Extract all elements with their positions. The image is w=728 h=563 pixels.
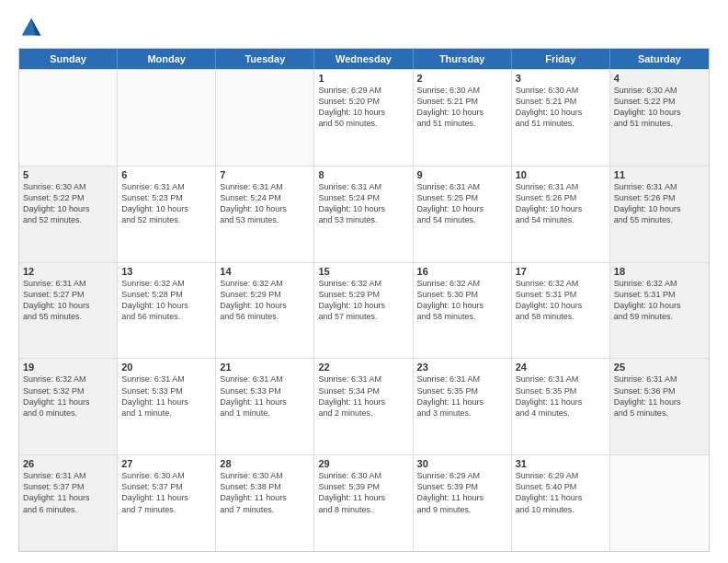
day-number: 2 — [417, 73, 507, 84]
day-number: 21 — [220, 362, 310, 373]
day-number: 20 — [121, 362, 211, 373]
day-number: 28 — [220, 458, 310, 469]
calendar-header-cell: Monday — [118, 49, 216, 69]
day-number: 24 — [516, 362, 606, 373]
day-number: 26 — [23, 458, 113, 469]
logo-icon — [18, 15, 44, 40]
day-info: Sunrise: 6:29 AM Sunset: 5:20 PM Dayligh… — [318, 85, 408, 130]
calendar-cell: 24Sunrise: 6:31 AM Sunset: 5:35 PM Dayli… — [512, 359, 610, 454]
calendar-cell: 8Sunrise: 6:31 AM Sunset: 5:24 PM Daylig… — [314, 167, 413, 262]
day-number: 14 — [220, 266, 310, 277]
calendar-header-row: SundayMondayTuesdayWednesdayThursdayFrid… — [19, 49, 709, 69]
calendar-cell: 30Sunrise: 6:29 AM Sunset: 5:39 PM Dayli… — [414, 455, 512, 551]
calendar-week-row: 19Sunrise: 6:32 AM Sunset: 5:32 PM Dayli… — [19, 358, 709, 454]
day-number: 31 — [516, 458, 606, 469]
day-info: Sunrise: 6:31 AM Sunset: 5:25 PM Dayligh… — [417, 181, 507, 226]
calendar-cell: 31Sunrise: 6:29 AM Sunset: 5:40 PM Dayli… — [512, 455, 610, 551]
day-info: Sunrise: 6:31 AM Sunset: 5:35 PM Dayligh… — [516, 373, 606, 419]
calendar-cell: 7Sunrise: 6:31 AM Sunset: 5:24 PM Daylig… — [216, 167, 314, 262]
day-number: 30 — [417, 458, 507, 469]
day-number: 6 — [121, 169, 211, 180]
calendar-header-cell: Saturday — [610, 49, 709, 69]
calendar-cell: 15Sunrise: 6:32 AM Sunset: 5:29 PM Dayli… — [314, 263, 413, 359]
logo — [18, 15, 48, 40]
day-number: 10 — [516, 169, 606, 180]
calendar-cell: 14Sunrise: 6:32 AM Sunset: 5:29 PM Dayli… — [216, 263, 314, 359]
day-number: 27 — [121, 458, 211, 469]
day-info: Sunrise: 6:31 AM Sunset: 5:24 PM Dayligh… — [220, 181, 310, 226]
calendar-cell: 26Sunrise: 6:31 AM Sunset: 5:37 PM Dayli… — [19, 455, 118, 551]
calendar-week-row: 26Sunrise: 6:31 AM Sunset: 5:37 PM Dayli… — [19, 454, 709, 551]
day-number: 3 — [516, 73, 606, 84]
calendar-header-cell: Sunday — [19, 49, 118, 69]
day-number: 4 — [614, 73, 705, 84]
calendar-cell: 12Sunrise: 6:31 AM Sunset: 5:27 PM Dayli… — [19, 263, 118, 359]
day-number: 9 — [417, 169, 507, 180]
calendar-cell: 16Sunrise: 6:32 AM Sunset: 5:30 PM Dayli… — [414, 263, 512, 359]
day-info: Sunrise: 6:32 AM Sunset: 5:32 PM Dayligh… — [23, 373, 113, 419]
day-info: Sunrise: 6:32 AM Sunset: 5:31 PM Dayligh… — [614, 278, 705, 323]
day-info: Sunrise: 6:32 AM Sunset: 5:30 PM Dayligh… — [417, 278, 507, 323]
calendar-cell — [610, 455, 709, 551]
day-info: Sunrise: 6:30 AM Sunset: 5:37 PM Dayligh… — [121, 470, 211, 515]
day-info: Sunrise: 6:32 AM Sunset: 5:29 PM Dayligh… — [318, 278, 408, 323]
calendar-cell: 17Sunrise: 6:32 AM Sunset: 5:31 PM Dayli… — [512, 263, 610, 359]
day-number: 19 — [23, 362, 113, 373]
calendar-cell: 1Sunrise: 6:29 AM Sunset: 5:20 PM Daylig… — [314, 70, 413, 166]
calendar-cell — [216, 70, 314, 166]
calendar-header-cell: Friday — [512, 49, 610, 69]
day-info: Sunrise: 6:31 AM Sunset: 5:37 PM Dayligh… — [23, 470, 113, 515]
calendar-cell: 9Sunrise: 6:31 AM Sunset: 5:25 PM Daylig… — [414, 167, 512, 262]
day-info: Sunrise: 6:30 AM Sunset: 5:38 PM Dayligh… — [220, 470, 310, 515]
calendar-cell: 27Sunrise: 6:30 AM Sunset: 5:37 PM Dayli… — [118, 455, 216, 551]
day-info: Sunrise: 6:29 AM Sunset: 5:40 PM Dayligh… — [516, 470, 606, 515]
day-info: Sunrise: 6:32 AM Sunset: 5:31 PM Dayligh… — [516, 278, 606, 323]
calendar: SundayMondayTuesdayWednesdayThursdayFrid… — [18, 48, 710, 552]
calendar-week-row: 1Sunrise: 6:29 AM Sunset: 5:20 PM Daylig… — [19, 69, 709, 166]
calendar-header-cell: Tuesday — [216, 49, 314, 69]
day-info: Sunrise: 6:31 AM Sunset: 5:26 PM Dayligh… — [614, 181, 705, 226]
day-info: Sunrise: 6:30 AM Sunset: 5:22 PM Dayligh… — [23, 181, 113, 226]
day-number: 22 — [318, 362, 408, 373]
calendar-cell: 10Sunrise: 6:31 AM Sunset: 5:26 PM Dayli… — [512, 167, 610, 262]
calendar-cell: 13Sunrise: 6:32 AM Sunset: 5:28 PM Dayli… — [118, 263, 216, 359]
calendar-cell: 5Sunrise: 6:30 AM Sunset: 5:22 PM Daylig… — [19, 167, 118, 262]
day-number: 16 — [417, 266, 507, 277]
calendar-cell: 4Sunrise: 6:30 AM Sunset: 5:22 PM Daylig… — [610, 70, 709, 166]
calendar-week-row: 12Sunrise: 6:31 AM Sunset: 5:27 PM Dayli… — [19, 262, 709, 359]
day-number: 12 — [23, 266, 113, 277]
page-header — [18, 15, 710, 40]
day-info: Sunrise: 6:31 AM Sunset: 5:36 PM Dayligh… — [614, 373, 705, 419]
day-info: Sunrise: 6:31 AM Sunset: 5:33 PM Dayligh… — [220, 373, 310, 419]
day-number: 23 — [417, 362, 507, 373]
day-number: 11 — [614, 169, 705, 180]
calendar-cell: 11Sunrise: 6:31 AM Sunset: 5:26 PM Dayli… — [610, 167, 709, 262]
calendar-cell: 23Sunrise: 6:31 AM Sunset: 5:35 PM Dayli… — [414, 359, 512, 454]
day-info: Sunrise: 6:31 AM Sunset: 5:24 PM Dayligh… — [318, 181, 408, 226]
calendar-cell — [118, 70, 216, 166]
day-info: Sunrise: 6:31 AM Sunset: 5:33 PM Dayligh… — [121, 373, 211, 419]
calendar-cell: 19Sunrise: 6:32 AM Sunset: 5:32 PM Dayli… — [19, 359, 118, 454]
day-number: 8 — [318, 169, 408, 180]
calendar-cell: 28Sunrise: 6:30 AM Sunset: 5:38 PM Dayli… — [216, 455, 314, 551]
day-number: 29 — [318, 458, 408, 469]
day-number: 1 — [318, 73, 408, 84]
calendar-body: 1Sunrise: 6:29 AM Sunset: 5:20 PM Daylig… — [19, 69, 709, 551]
calendar-header-cell: Thursday — [414, 49, 512, 69]
day-info: Sunrise: 6:30 AM Sunset: 5:21 PM Dayligh… — [417, 85, 507, 130]
calendar-cell: 22Sunrise: 6:31 AM Sunset: 5:34 PM Dayli… — [314, 359, 413, 454]
day-info: Sunrise: 6:31 AM Sunset: 5:27 PM Dayligh… — [23, 278, 113, 323]
calendar-cell: 21Sunrise: 6:31 AM Sunset: 5:33 PM Dayli… — [216, 359, 314, 454]
day-info: Sunrise: 6:32 AM Sunset: 5:29 PM Dayligh… — [220, 278, 310, 323]
calendar-cell — [19, 70, 118, 166]
day-info: Sunrise: 6:31 AM Sunset: 5:35 PM Dayligh… — [417, 373, 507, 419]
day-info: Sunrise: 6:30 AM Sunset: 5:22 PM Dayligh… — [614, 85, 705, 130]
day-number: 18 — [614, 266, 705, 277]
day-info: Sunrise: 6:29 AM Sunset: 5:39 PM Dayligh… — [417, 470, 507, 515]
day-info: Sunrise: 6:30 AM Sunset: 5:21 PM Dayligh… — [516, 85, 606, 130]
day-info: Sunrise: 6:31 AM Sunset: 5:23 PM Dayligh… — [121, 181, 211, 226]
day-number: 17 — [516, 266, 606, 277]
calendar-week-row: 5Sunrise: 6:30 AM Sunset: 5:22 PM Daylig… — [19, 166, 709, 262]
day-info: Sunrise: 6:30 AM Sunset: 5:39 PM Dayligh… — [318, 470, 408, 515]
calendar-cell: 6Sunrise: 6:31 AM Sunset: 5:23 PM Daylig… — [118, 167, 216, 262]
